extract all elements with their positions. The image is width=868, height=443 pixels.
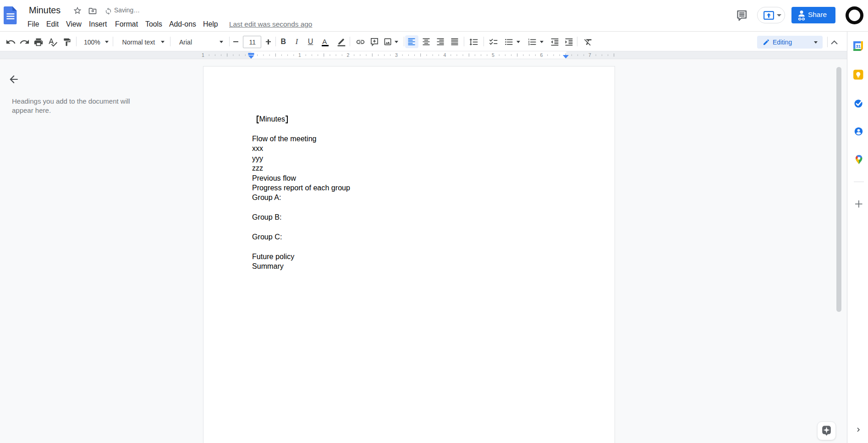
svg-text:1: 1 — [298, 52, 301, 58]
svg-text:4: 4 — [444, 52, 446, 58]
svg-text:6: 6 — [540, 52, 543, 58]
svg-text:7: 7 — [588, 52, 591, 58]
svg-text:3: 3 — [395, 52, 398, 58]
svg-text:31: 31 — [856, 44, 861, 49]
svg-text:2: 2 — [347, 52, 350, 58]
svg-text:5: 5 — [492, 52, 494, 58]
svg-text:1: 1 — [202, 52, 204, 58]
